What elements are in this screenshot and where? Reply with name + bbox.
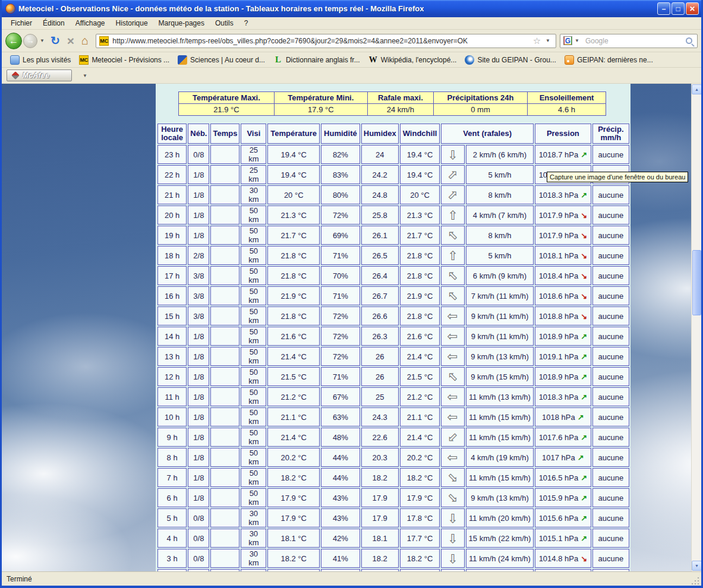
table-row: 4 h0/830 km18.1 °C42%18.117.7 °C⇧15 km/h… [157,529,629,548]
scrollbar-thumb[interactable] [692,250,701,315]
column-header-10: Précip. mm/h [592,124,629,144]
cell-visibilite: 50 km [241,306,266,325]
bookmark-item-5[interactable]: Site du GEIPAN - Grou... [461,54,560,66]
search-icon[interactable] [686,37,692,44]
cell-temps [210,306,239,325]
cell-heure: 11 h [157,387,187,406]
search-input[interactable]: Google [585,37,686,45]
wind-direction-icon: ⇧ [447,532,458,545]
cell-precipitations: aucune [592,387,629,406]
scroll-up-icon[interactable]: ▲ [692,84,701,94]
cell-vent-direction: ⇧ [441,488,465,507]
cell-windchill: 21.1 °C [400,407,440,426]
summary-header-cell: Rafale maxi. [367,92,433,104]
cell-vent: 11 km/h (15 km/h) [466,428,534,447]
cell-nebulosite: 3/8 [188,306,209,325]
cell-windchill: 21.5 °C [400,367,440,386]
mcafee-shield-icon [11,71,20,80]
cell-humidite: 70% [321,266,360,285]
cell-humidex: 18.2 [361,549,399,568]
back-button[interactable]: ← [5,33,22,49]
column-header-9: Pression [535,124,591,144]
bookmark-star-icon[interactable]: ☆ [531,36,543,46]
pressure-trend-up-icon: ↗ [581,191,587,200]
window-title: Meteociel - Observations Nice - données … [18,4,424,13]
pressure-trend-up-icon: ↗ [581,372,587,381]
reload-icon[interactable]: ↻ [51,34,60,48]
menu-item-0[interactable]: Fichier [5,18,37,29]
title-bar[interactable]: Meteociel - Observations Nice - données … [2,0,701,17]
mcafee-button[interactable]: McAfee [7,69,72,81]
table-row: 20 h1/850 km21.3 °C72%25.821.3 °C⇧4 km/h… [157,206,629,225]
cell-windchill: 19.4 °C [400,145,440,164]
resize-grip[interactable] [692,576,700,584]
search-box[interactable]: G ▼ Google [560,34,698,48]
bookmark-item-4[interactable]: WWikipédia, l'encyclopé... [365,54,461,66]
search-engine-dropdown-icon[interactable]: ▼ [572,38,582,43]
summary-value-row: 21.9 °C17.9 °C24 km/h0 mm4.6 h [179,104,606,116]
menu-item-4[interactable]: Marque-pages [153,18,210,29]
cell-temperature: 17.9 °C [267,508,320,527]
table-row: 6 h1/850 km17.9 °C43%17.917.9 °C⇧9 km/h … [157,488,629,507]
mcafee-dropdown-icon[interactable]: ▼ [80,73,90,78]
home-icon[interactable]: ⌂ [81,34,89,48]
stop-icon[interactable]: × [67,34,74,48]
cell-temperature: 21.9 °C [267,286,320,305]
cell-humidex: 18.2 [361,468,399,487]
url-dropdown-icon[interactable]: ▼ [543,38,553,43]
history-dropdown-icon[interactable]: ▼ [37,38,47,43]
cell-visibilite: 30 km [241,529,266,548]
cell-vent-direction: ⇧ [441,387,465,406]
table-row: 23 h0/825 km19.4 °C82%2419.4 °C⇧2 km/h (… [157,145,629,164]
column-header-0: Heure locale [157,124,187,144]
cell-windchill: 21.7 °C [400,226,440,245]
cell-pression: 1015.6 hPa↗ [535,508,591,527]
cell-temperature: 20 °C [267,185,320,204]
menu-item-3[interactable]: Historique [111,18,153,29]
cell-vent-direction: ⇧ [441,286,465,305]
pressure-trend-up-icon: ↗ [581,433,587,442]
cell-humidite: 80% [321,185,360,204]
url-text[interactable]: http://www.meteociel.fr/temps-reel/obs_v… [112,37,530,45]
maximize-button[interactable]: □ [672,2,685,15]
observations-table: Heure localeNéb.TempsVisiTempératureHumi… [156,122,631,571]
forward-button[interactable]: → [23,34,37,48]
table-row: 10 h1/850 km21.1 °C63%24.321.1 °C⇧11 km/… [157,407,629,426]
cell-visibilite: 30 km [241,508,266,527]
cell-precipitations: aucune [592,327,629,346]
cell-vent: 9 km/h (11 km/h) [466,327,534,346]
cell-humidite: 63% [321,407,360,426]
cell-heure: 19 h [157,226,187,245]
cell-humidite: 41% [321,549,360,568]
bookmark-item-1[interactable]: MCMeteociel - Prévisions ... [75,54,173,66]
menu-item-5[interactable]: Outils [210,18,239,29]
cell-humidex: 17.9 [361,488,399,507]
cell-temps [210,185,239,204]
table-row: 8 h1/850 km20.2 °C44%20.320.2 °C⇧4 km/h … [157,448,629,467]
menu-item-1[interactable]: Édition [37,18,70,29]
cell-heure: 13 h [157,347,187,366]
minimize-button[interactable]: – [657,2,670,15]
cell-visibilite: 25 km [241,165,266,184]
pressure-trend-down-icon: ↘ [581,292,587,301]
vertical-scrollbar[interactable]: ▲ ▼ [691,84,701,571]
bookmark-item-6[interactable]: GEIPAN: dernières ne... [561,54,657,66]
firefox-icon [5,4,15,14]
cell-humidex: 26.7 [361,286,399,305]
close-button[interactable]: ✕ [686,2,699,15]
bookmark-item-2[interactable]: Sciences | Au coeur d... [174,54,269,66]
cell-temps [210,549,239,568]
menu-item-6[interactable]: ? [239,18,254,29]
cell-windchill: 21.8 °C [400,306,440,325]
cell-heure: 23 h [157,145,187,164]
cell-temps [210,367,239,386]
wind-direction-icon: ⇧ [445,227,461,243]
cell-pression: 1018 hPa↗ [535,407,591,426]
bookmark-item-3[interactable]: LDictionnaire anglais fr... [270,54,364,66]
url-bar[interactable]: MC http://www.meteociel.fr/temps-reel/ob… [96,34,556,48]
menu-item-2[interactable]: Affichage [70,18,111,29]
bookmark-item-0[interactable]: Les plus visités [7,54,74,66]
scroll-down-icon[interactable]: ▼ [692,561,701,571]
table-row: 19 h1/850 km21.7 °C69%26.121.7 °C⇧8 km/h… [157,226,629,245]
cell-temperature: 18.2 °C [267,468,320,487]
